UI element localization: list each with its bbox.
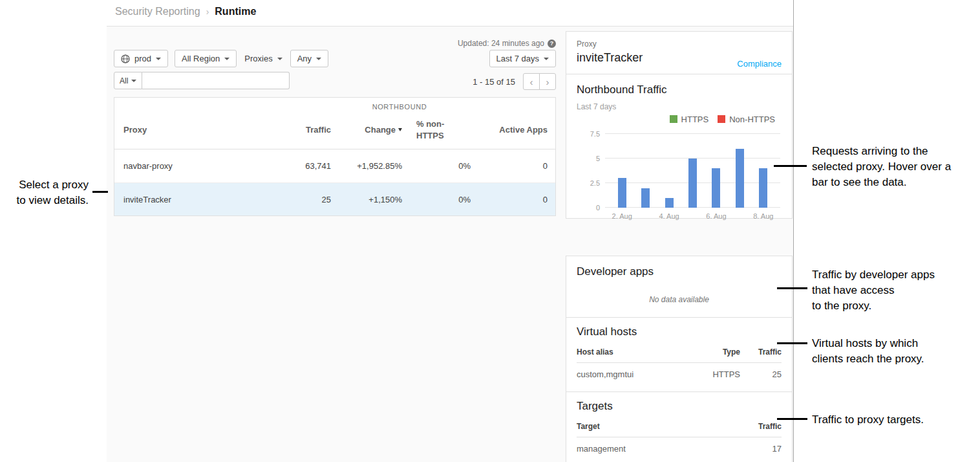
bar-chart: 02.557.5 2. Aug4. Aug6. Aug8. Aug [605, 134, 780, 208]
chart-y-tick-label: 0 [578, 204, 600, 212]
search-input[interactable] [142, 72, 290, 89]
proxy-table: NORTHBOUND Proxy Traffic Change % non-HT… [114, 97, 556, 216]
column-header-active-apps[interactable]: Active Apps [471, 125, 557, 135]
chart-bar[interactable] [736, 149, 744, 208]
virtual-hosts-title: Virtual hosts [577, 325, 782, 338]
chart-legend: HTTPSNon-HTTPS [577, 113, 782, 125]
annotation-select-proxy: Select a proxy to view details. [0, 177, 89, 208]
filter-toolbar: prod All Region Proxies Any [114, 50, 328, 67]
caret-down-icon [131, 80, 136, 82]
column-header-change[interactable]: Change [331, 125, 402, 135]
callout-line-developer-apps [777, 287, 807, 289]
caret-down-icon [277, 58, 282, 60]
developer-apps-section: Developer apps No data available [566, 256, 792, 318]
environment-filter-label: prod [134, 54, 151, 63]
cell-traffic: 63,741 [244, 161, 331, 171]
proxy-detail-header: Proxy inviteTracker Compliance [566, 32, 792, 74]
breadcrumb-current-page: Runtime [215, 6, 256, 17]
cell-active-apps: 0 [471, 161, 557, 171]
chart-bar[interactable] [688, 159, 697, 208]
proxies-filter-button[interactable]: Proxies [243, 50, 283, 67]
targets-header-row: Target Traffic [577, 413, 782, 437]
vh-col-host-alias: Host alias [577, 347, 682, 357]
northbound-traffic-section: Northbound Traffic Last 7 days HTTPSNon-… [566, 74, 792, 218]
cell-change: +1,952.85% [331, 161, 402, 171]
updated-text: Updated: 24 minutes ago [458, 39, 544, 48]
vh-type: HTTPS [682, 369, 740, 379]
next-page-button[interactable]: › [539, 73, 556, 90]
chart-bar[interactable] [618, 178, 626, 208]
chart-y-tick-label: 2.5 [578, 179, 600, 187]
chart-subtitle: Last 7 days [577, 102, 782, 111]
proxy-detail-card: Proxy inviteTracker Compliance Northboun… [566, 31, 793, 219]
column-header-proxy[interactable]: Proxy [114, 125, 244, 135]
compliance-link[interactable]: Compliance [737, 59, 782, 69]
vh-col-traffic: Traffic [740, 347, 782, 357]
vh-col-type: Type [682, 347, 740, 357]
group-header-label: NORTHBOUND [244, 103, 555, 111]
chart-title: Northbound Traffic [577, 83, 782, 96]
chart-bar-slot [705, 134, 728, 208]
pager: ‹ › [523, 73, 556, 90]
updated-status: Updated: 24 minutes ago ? [458, 39, 556, 48]
chart-bars [610, 134, 775, 208]
chart-bar-slot [610, 134, 634, 208]
chart-bar-slot [634, 134, 657, 208]
legend-item[interactable]: HTTPS [670, 115, 709, 124]
caret-down-icon [224, 58, 229, 60]
table-group-header: NORTHBOUND [114, 98, 555, 112]
targets-title: Targets [577, 400, 782, 413]
caret-down-icon [156, 58, 161, 60]
search-scope-button[interactable]: All [114, 72, 142, 89]
region-filter-label: All Region [182, 54, 220, 63]
pagination: 1 - 15 of 15 ‹ › [473, 73, 556, 90]
annotation-requests: Requests arriving to the selected proxy.… [812, 144, 974, 190]
table-row-navbar-proxy[interactable]: navbar-proxy 63,741 +1,952.85% 0% 0 [114, 149, 555, 182]
date-range-button[interactable]: Last 7 days [489, 50, 557, 67]
virtual-hosts-section: Virtual hosts Host alias Type Traffic cu… [566, 318, 792, 392]
window-right-edge [793, 0, 794, 462]
target-row: management 17 [577, 437, 782, 460]
table-row-invitetracker[interactable]: inviteTracker 25 +1,150% 0% 0 [114, 182, 555, 215]
any-filter-button[interactable]: Any [290, 50, 328, 67]
environment-filter-button[interactable]: prod [114, 50, 168, 67]
chart-bar[interactable] [641, 188, 650, 208]
vh-host-alias: custom,mgmtui [577, 369, 682, 379]
chart-bar[interactable] [712, 168, 720, 208]
table-header-row: Proxy Traffic Change % non-HTTPS Active … [114, 112, 555, 149]
annotation-developer-apps: Traffic by developer apps that have acce… [812, 267, 974, 313]
tg-target: management [577, 444, 740, 454]
proxies-filter-label: Proxies [244, 54, 272, 63]
prev-page-button[interactable]: ‹ [523, 73, 540, 90]
chart-bar[interactable] [759, 168, 767, 208]
chart-bar-slot [657, 134, 681, 208]
chart-bar-slot [728, 134, 751, 208]
help-icon[interactable]: ? [548, 39, 556, 48]
callout-line-requests [774, 165, 807, 167]
chart-bar-slot [681, 134, 704, 208]
column-header-non-https[interactable]: % non-HTTPS [402, 118, 471, 141]
any-filter-label: Any [297, 54, 312, 63]
vh-traffic: 25 [740, 369, 782, 379]
legend-label: Non-HTTPS [729, 115, 775, 124]
caret-down-icon [316, 58, 321, 60]
breadcrumb-section[interactable]: Security Reporting [115, 6, 200, 17]
region-filter-button[interactable]: All Region [175, 50, 237, 67]
cell-active-apps: 0 [471, 195, 557, 204]
cell-traffic: 25 [244, 195, 331, 204]
date-range-label: Last 7 days [496, 54, 540, 63]
chart-x-tick-label: 4. Aug [659, 212, 679, 220]
callout-line-virtual-hosts [777, 342, 807, 344]
chart-bar[interactable] [665, 198, 674, 208]
legend-item[interactable]: Non-HTTPS [718, 115, 775, 124]
tg-col-traffic: Traffic [740, 422, 782, 431]
chart-x-axis: 2. Aug4. Aug6. Aug8. Aug [610, 208, 775, 221]
column-header-traffic[interactable]: Traffic [244, 125, 331, 135]
search-bar: All [114, 72, 290, 89]
chart-y-tick-label: 5 [578, 155, 600, 162]
detail-panel: Proxy inviteTracker Compliance Northboun… [566, 27, 793, 462]
column-header-change-label: Change [365, 125, 396, 135]
search-scope-label: All [120, 76, 128, 85]
proxy-lists-card: Developer apps No data available Virtual… [566, 256, 793, 462]
cell-proxy-name: navbar-proxy [114, 161, 244, 171]
